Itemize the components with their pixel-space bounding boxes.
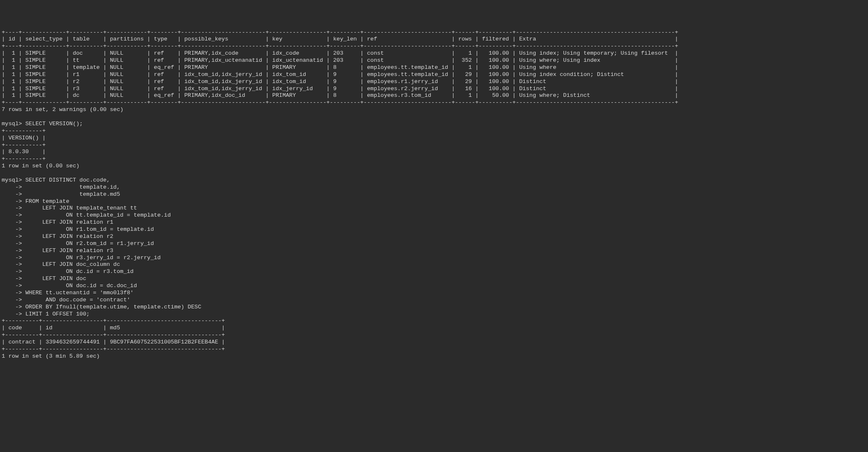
- query-line-13: -> ON dc.id = r3.tom_id: [2, 268, 134, 275]
- explain-header-row: | id | select_type | table | partitions …: [2, 36, 678, 42]
- query-line-6: -> LEFT JOIN relation r1: [2, 219, 113, 225]
- version-value: | 8.0.30 |: [2, 149, 46, 155]
- explain-row-5: | 1 | SIMPLE | r3 | NULL | ref | idx_tom…: [2, 86, 678, 92]
- query-line-11: -> ON r3.jerry_id = r2.jerry_id: [2, 255, 161, 261]
- query-line-19: -> LIMIT 1 OFFSET 100;: [2, 311, 90, 317]
- explain-row-3: | 1 | SIMPLE | r1 | NULL | ref | idx_tom…: [2, 71, 678, 78]
- query-line-14: -> LEFT JOIN doc: [2, 275, 86, 282]
- result-footer: 1 row in set (3 min 5.89 sec): [2, 353, 100, 359]
- query-line-1: -> template.id,: [2, 184, 120, 190]
- explain-row-1: | 1 | SIMPLE | tt | NULL | ref | PRIMARY…: [2, 57, 678, 63]
- result-row: | contract | 3394632659744491 | 9BC97FA6…: [2, 339, 225, 345]
- version-border-mid: +-----------+: [2, 142, 46, 148]
- explain-border-top: +----+-------------+----------+---------…: [2, 29, 678, 35]
- version-header: | VERSION() |: [2, 135, 46, 141]
- version-footer: 1 row in set (0.00 sec): [2, 163, 79, 169]
- result-border-mid: +----------+------------------+---------…: [2, 332, 225, 338]
- result-border-bot: +----------+------------------+---------…: [2, 346, 225, 352]
- explain-footer: 7 rows in set, 2 warnings (0.00 sec): [2, 106, 124, 113]
- query-line-9: -> ON r2.tom_id = r1.jerry_id: [2, 240, 154, 247]
- explain-row-4: | 1 | SIMPLE | r2 | NULL | ref | idx_tom…: [2, 78, 678, 85]
- explain-border-bot: +----+-------------+----------+---------…: [2, 99, 678, 106]
- result-header: | code | id | md5 |: [2, 325, 225, 331]
- explain-border-mid: +----+-------------+----------+---------…: [2, 43, 678, 49]
- version-prompt: mysql> SELECT VERSION();: [2, 121, 83, 127]
- query-line-4: -> LEFT JOIN template_tenant tt: [2, 205, 137, 211]
- query-line-12: -> LEFT JOIN doc_column dc: [2, 261, 120, 268]
- query-line-7: -> ON r1.tom_id = template.id: [2, 226, 154, 232]
- query-line-10: -> LEFT JOIN relation r3: [2, 247, 113, 254]
- explain-row-0: | 1 | SIMPLE | doc | NULL | ref | PRIMAR…: [2, 50, 678, 56]
- query-line-18: -> ORDER BY Ifnull(template.utime, templ…: [2, 304, 201, 310]
- explain-row-2: | 1 | SIMPLE | template | NULL | eq_ref …: [2, 64, 678, 71]
- query-line-8: -> LEFT JOIN relation r2: [2, 233, 113, 240]
- query-line-3: -> FROM template: [2, 198, 69, 205]
- query-line-2: -> template.md5: [2, 191, 120, 197]
- result-border-top: +----------+------------------+---------…: [2, 318, 225, 324]
- version-border-top: +-----------+: [2, 128, 46, 134]
- query-line-5: -> ON tt.template_id = template.id: [2, 212, 171, 218]
- version-border-bot: +-----------+: [2, 156, 46, 162]
- explain-row-6: | 1 | SIMPLE | dc | NULL | eq_ref | PRIM…: [2, 92, 678, 98]
- terminal-output: +----+-------------+----------+---------…: [2, 29, 866, 360]
- query-line-16: -> WHERE tt.uctenantid = 'mmo0l3f8': [2, 290, 134, 296]
- query-line-15: -> ON doc.id = dc.doc_id: [2, 283, 137, 289]
- query-line-0: mysql> SELECT DISTINCT doc.code,: [2, 177, 110, 183]
- query-line-17: -> AND doc.code = 'contract': [2, 297, 130, 303]
